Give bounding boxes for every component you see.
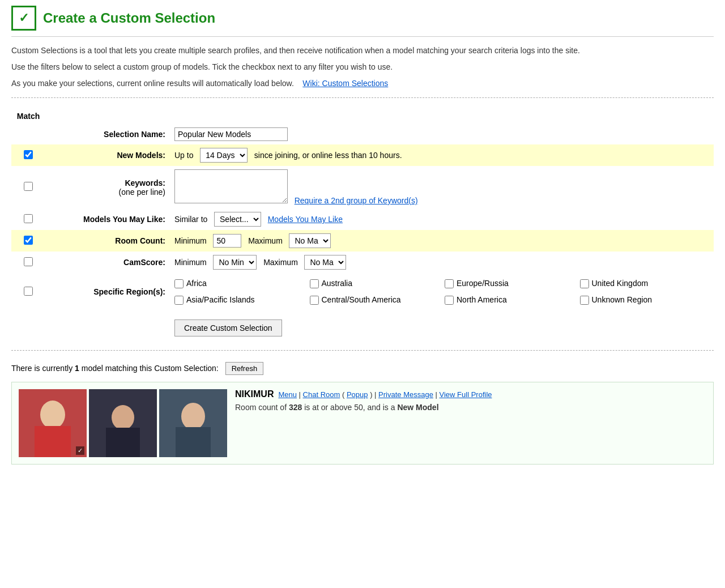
wiki-link[interactable]: Wiki: Custom Selections	[302, 79, 388, 88]
region-europe-russia: Europe/Russia	[445, 276, 574, 291]
svg-rect-5	[106, 428, 140, 457]
page-header: ✓ Create a Custom Selection	[11, 6, 714, 37]
filter-form: Match Selection Name: New	[11, 108, 714, 340]
selection-name-label: Selection Name:	[45, 124, 170, 144]
description-para2: Use the filters below to select a custom…	[11, 61, 714, 73]
region-central-south-america-checkbox[interactable]	[310, 296, 319, 305]
check-icon: ✓	[19, 11, 29, 25]
region-asia-pacific: Asia/Pacific Islands	[174, 293, 304, 307]
selection-name-input[interactable]	[174, 127, 288, 141]
models-you-may-like-label: Models You May Like:	[45, 208, 170, 230]
specific-regions-label: Specific Region(s):	[45, 273, 170, 310]
room-count-max-select[interactable]: No Ma 100 200 500 1000	[289, 233, 331, 248]
model-menu-link[interactable]: Menu	[278, 390, 297, 399]
camscore-min-select[interactable]: No Min 1000 2000 3000	[213, 255, 257, 270]
model-thumb-1[interactable]: ✓	[19, 389, 87, 457]
create-custom-selection-button[interactable]: Create Custom Selection	[174, 319, 282, 336]
description-para3: As you make your selections, current onl…	[11, 78, 714, 90]
filter-table: Match Selection Name: New	[11, 108, 714, 340]
refresh-button[interactable]: Refresh	[225, 362, 264, 375]
model-name: NIKIMUR	[235, 389, 274, 399]
keywords-label: Keywords:(one per line)	[45, 166, 170, 208]
specific-regions-row: Specific Region(s): Africa Australia	[11, 273, 714, 310]
region-australia-checkbox[interactable]	[310, 279, 319, 288]
model-links: Menu | Chat Room ( Popup ) | Private Mes…	[278, 390, 492, 399]
new-models-checkbox[interactable]	[24, 150, 33, 159]
room-count-row: Room Count: Minimum 50 Maximum No Ma 100	[11, 230, 714, 252]
region-australia: Australia	[310, 276, 440, 291]
region-united-kingdom-checkbox[interactable]	[580, 279, 589, 288]
model-room-count: 328	[289, 403, 302, 412]
region-north-america-checkbox[interactable]	[445, 296, 454, 305]
thumb-badge-1: ✓	[76, 446, 84, 455]
model-name-row: NIKIMUR Menu | Chat Room ( Popup ) | Pri…	[235, 389, 706, 399]
divider-1	[11, 97, 714, 98]
region-europe-russia-checkbox[interactable]	[445, 279, 454, 288]
region-central-south-america: Central/South America	[310, 293, 440, 307]
models-you-may-like-select[interactable]: Select...	[214, 212, 261, 227]
page-title: Create a Custom Selection	[43, 10, 215, 26]
models-you-may-like-checkbox[interactable]	[24, 214, 33, 223]
camscore-max-select[interactable]: No Ma 1000 2000 3000	[304, 255, 346, 270]
svg-point-4	[112, 405, 134, 430]
region-africa-checkbox[interactable]	[174, 279, 184, 288]
new-models-days-select[interactable]: 1 Day 3 Days 7 Days 14 Days 30 Days	[200, 148, 248, 163]
region-united-kingdom: United Kingdom	[580, 276, 710, 291]
model-view-full-profile-link[interactable]: View Full Profile	[440, 390, 492, 399]
create-button-row: Create Custom Selection	[11, 310, 714, 340]
model-card: ✓ NIKIMUR Menu	[11, 382, 714, 465]
region-asia-pacific-checkbox[interactable]	[174, 296, 184, 305]
model-info: NIKIMUR Menu | Chat Room ( Popup ) | Pri…	[235, 389, 706, 412]
camscore-checkbox[interactable]	[24, 257, 33, 266]
specific-regions-checkbox[interactable]	[24, 287, 33, 296]
models-you-may-like-row: Models You May Like: Similar to Select..…	[11, 208, 714, 230]
camscore-label: CamScore:	[45, 252, 170, 273]
model-images: ✓	[19, 389, 227, 457]
room-count-min-input[interactable]	[213, 234, 241, 248]
divider-2	[11, 350, 714, 351]
model-description: Room count of 328 is at or above 50, and…	[235, 403, 706, 412]
svg-rect-8	[176, 427, 211, 457]
header-icon: ✓	[11, 6, 36, 31]
description-section: Custom Selections is a tool that lets yo…	[11, 45, 714, 90]
region-africa: Africa	[174, 276, 304, 291]
selection-name-row: Selection Name:	[11, 124, 714, 144]
svg-point-1	[40, 400, 65, 429]
new-models-row: New Models: Up to 1 Day 3 Days 7 Days 14…	[11, 144, 714, 166]
description-para1: Custom Selections is a tool that lets yo…	[11, 45, 714, 57]
results-count: 1	[75, 364, 79, 373]
room-count-checkbox[interactable]	[24, 236, 33, 245]
model-thumb-2[interactable]	[89, 389, 157, 457]
models-you-may-like-link[interactable]: Models You May Like	[268, 215, 343, 224]
keywords-textarea[interactable]	[174, 169, 288, 203]
camscore-row: CamScore: Minimum No Min 1000 2000 3000 …	[11, 252, 714, 273]
model-private-message-link[interactable]: Private Message	[378, 390, 433, 399]
region-north-america: North America	[445, 293, 574, 307]
svg-point-7	[181, 403, 205, 430]
model-popup-link[interactable]: Popup	[347, 390, 368, 399]
results-section: There is currently 1 model matching this…	[11, 362, 714, 465]
model-chat-room-link[interactable]: Chat Room	[303, 390, 340, 399]
region-unknown: Unknown Region	[580, 293, 710, 307]
results-text: There is currently 1 model matching this…	[11, 362, 714, 375]
match-header: Match	[11, 108, 45, 124]
keywords-checkbox[interactable]	[24, 182, 33, 191]
model-type: New Model	[397, 403, 438, 412]
svg-rect-2	[35, 426, 71, 457]
keywords-row: Keywords:(one per line) Require a 2nd gr…	[11, 166, 714, 208]
require-2nd-group-link[interactable]: Require a 2nd group of Keyword(s)	[295, 196, 418, 205]
region-unknown-checkbox[interactable]	[580, 296, 589, 305]
model-thumb-3[interactable]	[159, 389, 227, 457]
room-count-label: Room Count:	[45, 230, 170, 252]
new-models-label: New Models:	[45, 144, 170, 166]
region-grid: Africa Australia Europe/Russia Unit	[174, 276, 709, 307]
